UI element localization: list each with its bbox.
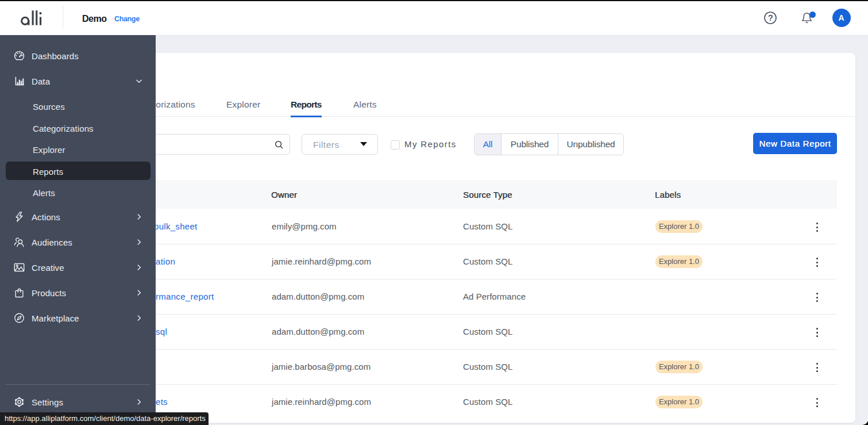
svg-text:?: ? — [768, 13, 773, 22]
